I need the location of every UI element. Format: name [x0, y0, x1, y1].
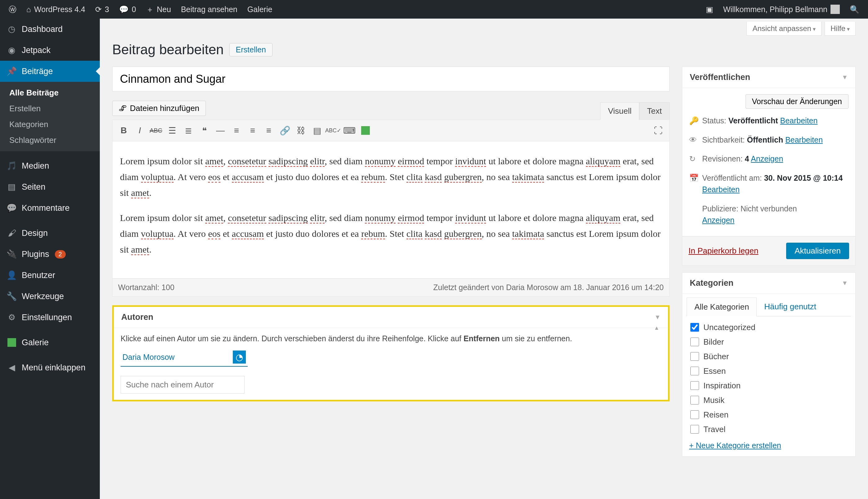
- gallery-shortcode-button[interactable]: [358, 123, 373, 138]
- bullet-list-button[interactable]: ☰: [164, 123, 180, 138]
- toolbar-search[interactable]: 🔍: [845, 0, 864, 19]
- add-new-button[interactable]: Erstellen: [229, 43, 272, 57]
- category-item[interactable]: Inspiration: [689, 378, 847, 393]
- notifications-button[interactable]: ▣: [701, 0, 718, 19]
- green-icon: [6, 337, 17, 348]
- category-checkbox[interactable]: [690, 323, 699, 332]
- publish-metabox: Veröffentlichen▼ Vorschau der Änderungen…: [682, 66, 856, 266]
- sidebar-item-beiträge[interactable]: 📌Beiträge: [0, 61, 100, 82]
- plus-icon: ＋: [146, 4, 154, 15]
- tab-text[interactable]: Text: [639, 102, 670, 120]
- sidebar-item-jetpack[interactable]: ◉Jetpack: [0, 40, 100, 61]
- help-button[interactable]: Hilfe: [824, 22, 856, 36]
- category-checkbox[interactable]: [690, 352, 699, 361]
- sidebar-item-werkzeuge[interactable]: 🔧Werkzeuge: [0, 286, 100, 307]
- category-checkbox[interactable]: [690, 396, 699, 404]
- italic-button[interactable]: I: [132, 123, 147, 138]
- comments[interactable]: 💬0: [114, 0, 141, 19]
- authors-help-text: Klicke auf einen Autor um sie zu ändern.…: [121, 334, 661, 343]
- sort-arrow-icon[interactable]: ▲: [654, 325, 659, 331]
- category-checkbox[interactable]: [690, 425, 699, 434]
- sidebar-item-dashboard[interactable]: ◷Dashboard: [0, 19, 100, 40]
- tab-all-categories[interactable]: Alle Kategorien: [687, 297, 757, 316]
- publish-metabox-header[interactable]: Veröffentlichen▼: [682, 67, 855, 88]
- dashboard-icon: ◷: [6, 24, 17, 35]
- sidebar-item-galerie[interactable]: Galerie: [0, 332, 100, 353]
- edit-date-link[interactable]: Bearbeiten: [702, 185, 739, 194]
- category-item[interactable]: Essen: [689, 364, 847, 378]
- sidebar-item-menü-einklappen[interactable]: ◀Menü einklappen: [0, 357, 100, 378]
- browse-revisions-link[interactable]: Anzeigen: [751, 154, 783, 163]
- edit-status-link[interactable]: Bearbeiten: [780, 116, 818, 125]
- spellcheck-button[interactable]: ABC✓: [326, 123, 341, 138]
- green-square-icon: [361, 126, 370, 135]
- toolbar-toggle-button[interactable]: ⌨: [342, 123, 357, 138]
- last-edit: Zuletzt geändert von Daria Morosow am 18…: [433, 283, 664, 292]
- sidebar-item-kommentare[interactable]: 💬Kommentare: [0, 197, 100, 219]
- collapse-icon: ◀: [6, 362, 17, 373]
- editor-body[interactable]: Lorem ipsum dolor sit amet, consetetur s…: [112, 141, 669, 278]
- add-media-button[interactable]: 🖇Dateien hinzufügen: [112, 101, 206, 116]
- submenu-item-schlagwörter[interactable]: Schlagwörter: [0, 132, 100, 148]
- word-count: Wortanzahl: 100: [118, 283, 174, 292]
- sidebar-item-plugins[interactable]: 🔌Plugins2: [0, 244, 100, 265]
- sidebar-item-design[interactable]: 🖌Design: [0, 222, 100, 244]
- sidebar-item-medien[interactable]: 🎵Medien: [0, 155, 100, 177]
- my-account[interactable]: Willkommen, Philipp Bellmann: [718, 0, 845, 19]
- fullscreen-button[interactable]: ⛶: [651, 123, 665, 138]
- sidebar-item-einstellungen[interactable]: ⚙Einstellungen: [0, 307, 100, 328]
- users-icon: 👤: [6, 270, 17, 281]
- category-item[interactable]: Uncategorized: [689, 320, 847, 335]
- update-button[interactable]: Aktualisieren: [786, 243, 849, 259]
- admin-toolbar: ⓦ ⌂WordPress 4.4 ⟳3 💬0 ＋Neu Beitrag anse…: [0, 0, 868, 19]
- align-left-button[interactable]: ≡: [229, 123, 244, 138]
- category-item[interactable]: Bücher: [689, 349, 847, 364]
- category-checkbox[interactable]: [690, 410, 699, 419]
- hr-button[interactable]: —: [213, 123, 228, 138]
- tab-most-used-categories[interactable]: Häufig genutzt: [757, 297, 824, 316]
- bold-button[interactable]: B: [116, 123, 131, 138]
- sidebar-item-benutzer[interactable]: 👤Benutzer: [0, 265, 100, 286]
- submenu-item-kategorien[interactable]: Kategorien: [0, 117, 100, 132]
- authors-metabox-header[interactable]: Autoren▼: [114, 307, 668, 328]
- site-name[interactable]: ⌂WordPress 4.4: [21, 0, 90, 19]
- view-post[interactable]: Beitrag ansehen: [176, 0, 242, 19]
- category-item[interactable]: Musik: [689, 393, 847, 407]
- align-right-button[interactable]: ≡: [261, 123, 276, 138]
- edit-visibility-link[interactable]: Bearbeiten: [785, 135, 823, 144]
- add-category-link[interactable]: + Neue Kategorie erstellen: [689, 441, 848, 450]
- categories-metabox-header[interactable]: Kategorien▼: [682, 273, 855, 294]
- submenu-item-erstellen[interactable]: Erstellen: [0, 101, 100, 117]
- align-center-button[interactable]: ≡: [245, 123, 260, 138]
- trash-link[interactable]: In Papierkorb legen: [688, 246, 758, 256]
- category-checkbox[interactable]: [690, 367, 699, 375]
- screen-options-button[interactable]: Ansicht anpassen: [746, 22, 821, 36]
- preview-button[interactable]: Vorschau der Änderungen: [746, 94, 849, 109]
- category-item[interactable]: Travel: [689, 422, 847, 437]
- link-button[interactable]: 🔗: [278, 123, 292, 138]
- avatar: [831, 5, 840, 14]
- category-item[interactable]: Reisen: [689, 407, 847, 422]
- toolbar-gallery[interactable]: Galerie: [242, 0, 278, 19]
- search-icon: 🔍: [850, 5, 859, 14]
- category-item[interactable]: Bilder: [689, 335, 847, 349]
- category-checkbox[interactable]: [690, 338, 699, 346]
- category-checkbox[interactable]: [690, 381, 699, 390]
- updates[interactable]: ⟳3: [90, 0, 114, 19]
- new-content[interactable]: ＋Neu: [141, 0, 176, 19]
- blockquote-button[interactable]: ❝: [197, 123, 212, 138]
- author-chip[interactable]: Daria Morosow◔: [121, 348, 248, 367]
- publicize-show-link[interactable]: Anzeigen: [702, 216, 734, 224]
- new-label: Neu: [157, 5, 171, 14]
- wp-logo[interactable]: ⓦ: [4, 0, 21, 19]
- more-button[interactable]: ▤: [310, 123, 325, 138]
- strikethrough-button[interactable]: ABC: [148, 123, 163, 138]
- post-title-input[interactable]: [112, 66, 670, 92]
- tab-visual[interactable]: Visuell: [600, 102, 639, 120]
- sidebar-item-seiten[interactable]: ▤Seiten: [0, 177, 100, 197]
- submenu-item-alle-beiträge[interactable]: Alle Beiträge: [0, 85, 100, 101]
- author-search-input[interactable]: [121, 376, 245, 394]
- media-icon: 🎵: [6, 160, 17, 171]
- numbered-list-button[interactable]: ≣: [181, 123, 196, 138]
- unlink-button[interactable]: ⛓: [294, 123, 308, 138]
